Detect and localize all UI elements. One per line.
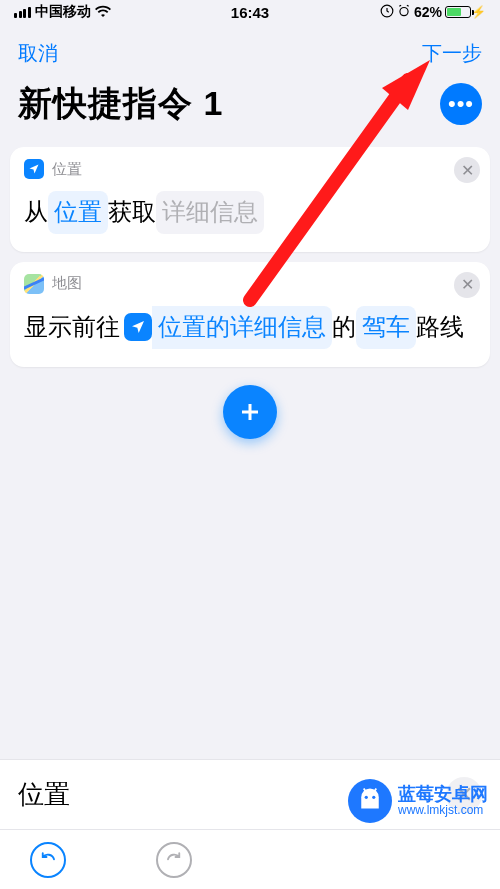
signal-icon [14, 7, 31, 18]
watermark-icon [348, 779, 392, 823]
watermark-text: 蓝莓安卓网 www.lmkjst.com [398, 785, 488, 818]
card-body: 从 位置 获取 详细信息 [24, 191, 476, 234]
rotation-lock-icon [380, 4, 394, 21]
ellipsis-icon: ••• [448, 93, 474, 115]
maps-icon [24, 274, 44, 294]
text: 显示前往 [24, 307, 120, 348]
svg-point-5 [372, 796, 375, 799]
cancel-button[interactable]: 取消 [18, 40, 58, 67]
param-detail[interactable]: 详细信息 [156, 191, 264, 234]
card-header-label: 位置 [52, 160, 82, 179]
alarm-icon [397, 4, 411, 21]
watermark: 蓝莓安卓网 www.lmkjst.com [342, 775, 494, 827]
redo-icon [165, 851, 183, 869]
undo-icon [39, 851, 57, 869]
svg-point-4 [365, 796, 368, 799]
more-button[interactable]: ••• [440, 83, 482, 125]
wifi-icon [95, 4, 111, 20]
card-header: 位置 [24, 159, 476, 179]
action-card-location: ✕ 位置 从 位置 获取 详细信息 [10, 147, 490, 252]
param-location-detail[interactable]: 位置的详细信息 [152, 306, 332, 349]
watermark-line2: www.lmkjst.com [398, 804, 488, 817]
location-icon [24, 159, 44, 179]
param-transport[interactable]: 驾车 [356, 306, 416, 349]
watermark-line1: 蓝莓安卓网 [398, 785, 488, 805]
battery-icon [445, 6, 471, 18]
status-right: 62% ⚡ [380, 4, 486, 21]
next-button[interactable]: 下一步 [422, 40, 482, 67]
card-header: 地图 [24, 274, 476, 294]
status-left: 中国移动 [14, 3, 111, 21]
action-card-maps: ✕ 地图 显示前往 位置的详细信息 的 驾车 路线 [10, 262, 490, 367]
plus-icon [238, 400, 262, 424]
carrier-label: 中国移动 [35, 3, 91, 21]
undo-button[interactable] [30, 842, 66, 878]
svg-point-1 [400, 7, 408, 15]
location-icon [124, 313, 152, 341]
text: 路线 [416, 307, 464, 348]
remove-action-button[interactable]: ✕ [454, 157, 480, 183]
text: 从 [24, 192, 48, 233]
page-title: 新快捷指令 1 [18, 81, 223, 127]
add-action-button[interactable] [223, 385, 277, 439]
remove-action-button[interactable]: ✕ [454, 272, 480, 298]
search-label: 位置 [18, 777, 70, 812]
bottom-toolbar [0, 829, 500, 889]
text: 获取 [108, 192, 156, 233]
text: 的 [332, 307, 356, 348]
card-header-label: 地图 [52, 274, 82, 293]
redo-button[interactable] [156, 842, 192, 878]
card-body: 显示前往 位置的详细信息 的 驾车 路线 [24, 306, 476, 349]
title-row: 新快捷指令 1 ••• [0, 77, 500, 137]
header-nav: 取消 下一步 [0, 22, 500, 77]
battery-pct: 62% [414, 4, 442, 20]
status-bar: 中国移动 16:43 62% ⚡ [0, 0, 500, 22]
status-time: 16:43 [231, 4, 269, 21]
param-location[interactable]: 位置 [48, 191, 108, 234]
